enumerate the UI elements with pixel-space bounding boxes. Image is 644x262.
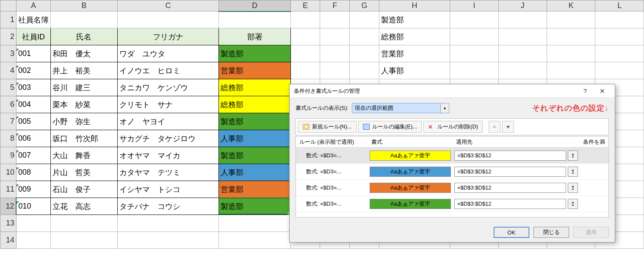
cell-H1[interactable]: 製造部 bbox=[379, 11, 450, 28]
cell-D4[interactable]: 営業部 bbox=[219, 62, 290, 79]
cell-D9[interactable]: 製造部 bbox=[219, 147, 290, 164]
column-header-C[interactable]: C bbox=[117, 0, 219, 11]
cell-D6[interactable]: 総務部 bbox=[219, 96, 290, 113]
applies-to-input[interactable] bbox=[454, 151, 566, 161]
apply-button[interactable]: 適用 bbox=[573, 227, 609, 238]
cell-L2[interactable] bbox=[595, 28, 644, 45]
cell-I1[interactable] bbox=[450, 11, 498, 28]
cell-B14[interactable] bbox=[50, 232, 117, 249]
cell-J2[interactable] bbox=[498, 28, 547, 45]
column-header-B[interactable]: B bbox=[50, 0, 117, 11]
cell-A11[interactable]: 009 bbox=[16, 181, 50, 198]
select-all-corner[interactable] bbox=[0, 0, 17, 11]
cell-D13[interactable] bbox=[219, 215, 290, 232]
cell-L4[interactable] bbox=[595, 62, 644, 79]
cell-C10[interactable]: カタヤマ テツミ bbox=[117, 164, 219, 181]
cell-E2[interactable] bbox=[290, 28, 320, 45]
cell-C1[interactable] bbox=[117, 11, 219, 28]
cell-A13[interactable] bbox=[16, 215, 50, 232]
cell-L1[interactable] bbox=[595, 11, 644, 28]
column-header-A[interactable]: A bbox=[16, 0, 50, 11]
cell-G2[interactable] bbox=[350, 28, 379, 45]
cell-F4[interactable] bbox=[320, 62, 350, 79]
move-up-button[interactable] bbox=[489, 121, 500, 133]
cell-A10[interactable]: 008 bbox=[16, 164, 50, 181]
cell-C9[interactable]: オオヤマ マイカ bbox=[117, 147, 219, 164]
cell-A3[interactable]: 001 bbox=[16, 45, 50, 62]
cell-H4[interactable]: 人事部 bbox=[379, 62, 450, 79]
cell-E4[interactable] bbox=[290, 62, 320, 79]
cell-A7[interactable]: 005 bbox=[16, 113, 50, 130]
new-rule-button[interactable]: 新規ルール(N)... bbox=[298, 121, 357, 133]
cell-C4[interactable]: イノウエ ヒロミ bbox=[117, 62, 219, 79]
cell-J1[interactable] bbox=[498, 11, 547, 28]
cell-C6[interactable]: クリモト サナ bbox=[117, 96, 219, 113]
cell-B13[interactable] bbox=[50, 215, 117, 232]
move-down-button[interactable] bbox=[502, 121, 514, 133]
cell-C14[interactable] bbox=[117, 232, 219, 249]
cell-D3[interactable]: 製造部 bbox=[219, 45, 290, 62]
cell-B8[interactable]: 坂口 竹次郎 bbox=[50, 130, 117, 147]
cell-C8[interactable]: サカグチ タケジロウ bbox=[117, 130, 219, 147]
help-button[interactable]: ? bbox=[577, 87, 594, 95]
cell-B9[interactable]: 大山 舞香 bbox=[50, 147, 117, 164]
cell-E1[interactable] bbox=[290, 11, 320, 28]
cell-B1[interactable] bbox=[50, 11, 117, 28]
row-header-14[interactable]: 14 bbox=[0, 232, 17, 249]
row-header-6[interactable]: 6 bbox=[0, 96, 17, 113]
cell-A14[interactable] bbox=[16, 232, 50, 249]
cell-H2[interactable]: 総務部 bbox=[379, 28, 450, 45]
cell-A1[interactable]: 社員名簿 bbox=[16, 11, 50, 28]
cell-F3[interactable] bbox=[320, 45, 350, 62]
row-header-5[interactable]: 5 bbox=[0, 79, 17, 96]
cell-D8[interactable]: 人事部 bbox=[219, 130, 290, 147]
cell-B10[interactable]: 片山 哲美 bbox=[50, 164, 117, 181]
cell-D5[interactable]: 総務部 bbox=[219, 79, 290, 96]
column-header-G[interactable]: G bbox=[350, 0, 379, 11]
cell-D1[interactable] bbox=[219, 11, 290, 28]
cell-C12[interactable]: タチバナ コウシ bbox=[117, 198, 219, 215]
delete-rule-button[interactable]: ✕ ルールの削除(D) bbox=[423, 121, 483, 133]
cell-B4[interactable]: 井上 裕美 bbox=[50, 62, 117, 79]
cell-B5[interactable]: 谷川 建三 bbox=[50, 79, 117, 96]
cell-D14[interactable] bbox=[219, 232, 290, 249]
cell-J4[interactable] bbox=[498, 62, 547, 79]
range-picker-icon[interactable]: ↥ bbox=[568, 151, 578, 161]
applies-to-input[interactable] bbox=[454, 167, 566, 177]
row-header-3[interactable]: 3 bbox=[0, 45, 17, 62]
cell-C11[interactable]: イシヤマ トシコ bbox=[117, 181, 219, 198]
column-header-I[interactable]: I bbox=[450, 0, 498, 11]
range-picker-icon[interactable]: ↥ bbox=[568, 199, 578, 209]
close-button[interactable]: 閉じる bbox=[533, 227, 569, 238]
cell-B3[interactable]: 和田 優太 bbox=[50, 45, 117, 62]
cell-C3[interactable]: ワダ ユウタ bbox=[117, 45, 219, 62]
range-picker-icon[interactable]: ↥ bbox=[568, 167, 578, 177]
cell-A5[interactable]: 003 bbox=[16, 79, 50, 96]
cell-C5[interactable]: タニカワ ケンゾウ bbox=[117, 79, 219, 96]
row-header-11[interactable]: 11 bbox=[0, 181, 17, 198]
rule-row[interactable]: 数式: =$D3=...Aaあぁアァ亜宇↥ bbox=[296, 164, 608, 180]
cell-D2[interactable]: 部署 bbox=[219, 28, 290, 45]
cell-K3[interactable] bbox=[547, 45, 595, 62]
column-header-H[interactable]: H bbox=[379, 0, 450, 11]
column-header-L[interactable]: L bbox=[595, 0, 644, 11]
row-header-10[interactable]: 10 bbox=[0, 164, 17, 181]
cell-A2[interactable]: 社員ID bbox=[16, 28, 50, 45]
cell-D10[interactable]: 人事部 bbox=[219, 164, 290, 181]
cell-I3[interactable] bbox=[450, 45, 498, 62]
cell-C2[interactable]: フリガナ bbox=[117, 28, 219, 45]
cell-E3[interactable] bbox=[290, 45, 320, 62]
row-header-4[interactable]: 4 bbox=[0, 62, 17, 79]
row-header-8[interactable]: 8 bbox=[0, 130, 17, 147]
cell-A12[interactable]: 010 bbox=[16, 198, 50, 215]
cell-B11[interactable]: 石山 俊子 bbox=[50, 181, 117, 198]
cell-A9[interactable]: 007 bbox=[16, 147, 50, 164]
column-header-J[interactable]: J bbox=[498, 0, 547, 11]
cell-I2[interactable] bbox=[450, 28, 498, 45]
cell-G4[interactable] bbox=[350, 62, 379, 79]
cell-D12[interactable]: 製造部 bbox=[219, 198, 290, 215]
show-rules-combo[interactable]: 現在の選択範囲 ▾ bbox=[352, 103, 449, 113]
close-icon[interactable]: ✕ bbox=[594, 87, 611, 95]
row-header-1[interactable]: 1 bbox=[0, 11, 17, 28]
cell-K2[interactable] bbox=[547, 28, 595, 45]
